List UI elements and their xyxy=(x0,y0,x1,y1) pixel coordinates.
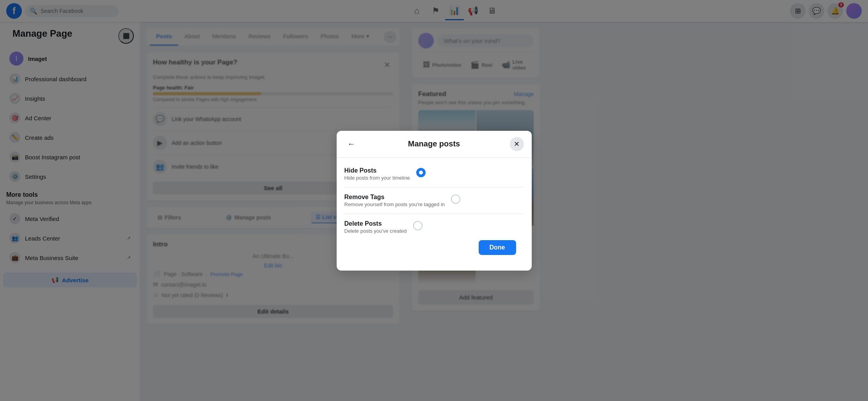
modal-title: Manage posts xyxy=(359,139,510,148)
modal-option-text-remove-tags: Remove Tags Remove yourself from posts y… xyxy=(344,194,445,207)
modal-option-title-hide-posts: Hide Posts xyxy=(344,167,410,174)
modal-option-hide-posts[interactable]: Hide Posts Hide posts from your timeline xyxy=(344,161,524,187)
modal-option-remove-tags[interactable]: Remove Tags Remove yourself from posts y… xyxy=(344,187,524,214)
modal-option-text-delete-posts: Delete Posts Delete posts you've created xyxy=(344,220,407,234)
modal-back-btn[interactable]: ← xyxy=(344,137,359,151)
modal-option-sub-remove-tags: Remove yourself from posts you're tagged… xyxy=(344,201,445,207)
modal-body: Hide Posts Hide posts from your timeline… xyxy=(337,158,532,271)
modal-option-sub-delete-posts: Delete posts you've created xyxy=(344,228,407,234)
radio-remove-tags[interactable] xyxy=(451,194,460,204)
manage-posts-modal: ← Manage posts ✕ Hide Posts Hide posts f… xyxy=(337,131,532,271)
radio-delete-posts[interactable] xyxy=(413,221,422,230)
modal-close-btn[interactable]: ✕ xyxy=(510,137,524,151)
modal-header: ← Manage posts ✕ xyxy=(337,131,532,158)
modal-overlay: ← Manage posts ✕ Hide Posts Hide posts f… xyxy=(0,0,868,401)
modal-footer: Done xyxy=(344,240,524,263)
modal-option-title-delete-posts: Delete Posts xyxy=(344,220,407,227)
radio-hide-posts[interactable] xyxy=(416,168,426,177)
modal-option-sub-hide-posts: Hide posts from your timeline xyxy=(344,175,410,181)
modal-option-title-remove-tags: Remove Tags xyxy=(344,194,445,201)
modal-options: Hide Posts Hide posts from your timeline… xyxy=(344,161,524,240)
modal-option-text-hide-posts: Hide Posts Hide posts from your timeline xyxy=(344,167,410,181)
modal-done-btn[interactable]: Done xyxy=(479,240,516,255)
modal-option-delete-posts[interactable]: Delete Posts Delete posts you've created xyxy=(344,214,524,240)
